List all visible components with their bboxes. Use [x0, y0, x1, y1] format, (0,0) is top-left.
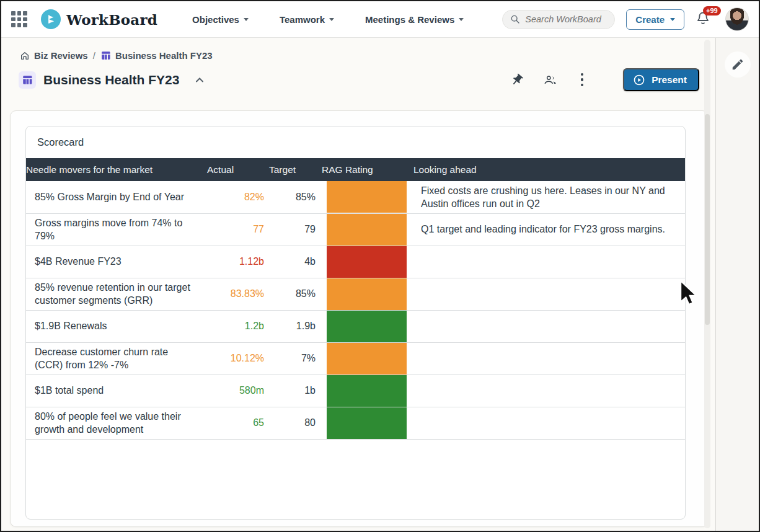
column-header-rag-rating[interactable]: RAG Rating — [322, 158, 413, 181]
scorecard-icon-badge — [19, 71, 36, 89]
create-button-label: Create — [635, 14, 665, 25]
table-row[interactable]: $1.9B Renewals 1.2b 1.9b — [26, 310, 685, 342]
table-row[interactable]: 85% revenue retention in our target cust… — [26, 278, 685, 310]
table-row[interactable]: $4B Revenue FY23 1.12b 4b — [26, 246, 685, 278]
rag-rating-cell — [322, 213, 413, 246]
brand-name: WorkBoard — [66, 11, 157, 28]
table-row[interactable]: $1B total spend 580m 1b — [26, 375, 685, 407]
share-members-button[interactable] — [542, 73, 559, 87]
needle-mover-cell: $1.9B Renewals — [26, 310, 207, 342]
home-icon — [20, 51, 30, 61]
table-header-row: Needle movers for the market Actual Targ… — [26, 158, 685, 181]
nav-meetings-reviews[interactable]: Meetings & Reviews — [365, 14, 464, 25]
target-value-cell: 85% — [269, 278, 322, 310]
nav-objectives-label: Objectives — [192, 14, 239, 25]
column-header-target[interactable]: Target — [269, 158, 322, 181]
needle-mover-cell: $1B total spend — [26, 375, 207, 407]
looking-ahead-cell — [413, 342, 685, 375]
rag-rating-cell — [322, 342, 413, 375]
breadcrumb-separator: / — [93, 50, 95, 61]
rag-color-block — [327, 311, 407, 342]
edit-button[interactable] — [725, 51, 751, 78]
column-header-actual[interactable]: Actual — [207, 158, 269, 181]
pin-icon — [510, 73, 524, 87]
target-value-cell: 80 — [269, 407, 322, 439]
needle-mover-cell: 85% revenue retention in our target cust… — [26, 278, 207, 310]
scrollbar-thumb[interactable] — [705, 114, 710, 325]
actual-value-cell: 77 — [207, 213, 269, 246]
column-header-needle-movers[interactable]: Needle movers for the market — [26, 158, 207, 181]
nav-objectives[interactable]: Objectives — [192, 14, 249, 25]
notifications-button[interactable]: +99 — [696, 10, 714, 29]
table-row[interactable]: 80% of people feel we value their growth… — [26, 407, 685, 439]
actual-value-cell: 1.12b — [207, 246, 269, 278]
pin-button[interactable] — [510, 73, 524, 87]
scorecard-widget: Scorecard Needle movers for the market A… — [25, 126, 686, 520]
people-icon — [542, 73, 559, 87]
search-box[interactable] — [502, 10, 615, 29]
breadcrumb-label: Biz Reviews — [34, 50, 88, 61]
rag-rating-cell — [322, 407, 413, 439]
breadcrumb-biz-reviews[interactable]: Biz Reviews — [20, 50, 88, 61]
top-navbar: WorkBoard Objectives Teamwork Meetings &… — [1, 1, 759, 38]
nav-teamwork-label: Teamwork — [280, 14, 325, 25]
rag-rating-cell — [322, 375, 413, 407]
needle-mover-cell: Gross margins move from 74% to 79% — [26, 213, 207, 246]
page-header: Business Health FY23 Present — [19, 68, 699, 91]
needle-mover-cell: 80% of people feel we value their growth… — [26, 407, 207, 439]
table-row[interactable]: Gross margins move from 74% to 79% 77 79… — [26, 213, 685, 246]
breadcrumb-label: Business Health FY23 — [115, 50, 213, 61]
actual-value-cell: 65 — [207, 407, 269, 439]
workboard-app: { "nav": { "brand": "WorkBoard", "items"… — [0, 0, 760, 532]
table-body: 85% Gross Margin by End of Year 82% 85% … — [26, 181, 685, 439]
vertical-scrollbar[interactable] — [704, 40, 710, 528]
looking-ahead-cell — [413, 375, 685, 407]
target-value-cell: 1.9b — [269, 310, 322, 342]
chevron-down-icon — [670, 18, 675, 21]
present-button[interactable]: Present — [623, 68, 699, 91]
nav-teamwork[interactable]: Teamwork — [280, 14, 334, 25]
breadcrumb-business-health[interactable]: Business Health FY23 — [100, 50, 213, 61]
looking-ahead-cell — [413, 310, 685, 342]
chevron-down-icon — [244, 18, 249, 21]
looking-ahead-cell: Q1 target and leading indicator for FY23… — [413, 213, 685, 246]
actual-value-cell: 10.12% — [207, 342, 269, 375]
table-row[interactable]: Decrease customer churn rate (CCR) from … — [26, 342, 685, 375]
collapse-chevron-up-icon[interactable] — [195, 77, 204, 83]
app-launcher-icon[interactable] — [11, 11, 27, 27]
user-avatar[interactable] — [725, 7, 749, 31]
rag-color-block — [327, 407, 407, 439]
rag-rating-cell — [322, 181, 413, 213]
scorecard-table: Needle movers for the market Actual Targ… — [26, 158, 685, 440]
rag-rating-cell — [322, 246, 413, 278]
rag-color-block — [327, 278, 407, 310]
create-button[interactable]: Create — [626, 9, 684, 30]
page-actions: Present — [510, 68, 699, 91]
scorecard-table-icon — [100, 50, 111, 61]
target-value-cell: 7% — [269, 342, 322, 375]
rag-color-block — [327, 214, 407, 246]
actual-value-cell: 83.83% — [207, 278, 269, 310]
search-input[interactable] — [525, 14, 606, 24]
nav-right-cluster: Create +99 — [502, 7, 749, 31]
primary-nav: Objectives Teamwork Meetings & Reviews — [192, 14, 464, 25]
column-header-looking-ahead[interactable]: Looking ahead — [413, 158, 685, 181]
target-value-cell: 1b — [269, 375, 322, 407]
pencil-icon — [731, 58, 745, 71]
rag-color-block — [327, 181, 407, 213]
looking-ahead-cell — [413, 407, 685, 439]
needle-mover-cell: Decrease customer churn rate (CCR) from … — [26, 342, 207, 375]
breadcrumb: Biz Reviews / Business Health FY23 — [20, 50, 213, 61]
rag-rating-cell — [322, 278, 413, 310]
more-options-button[interactable] — [577, 72, 588, 88]
report-canvas: Scorecard Needle movers for the market A… — [10, 110, 709, 527]
actual-value-cell: 82% — [207, 181, 269, 213]
actual-value-cell: 1.2b — [207, 310, 269, 342]
table-row[interactable]: 85% Gross Margin by End of Year 82% 85% … — [26, 181, 685, 213]
looking-ahead-cell: Fixed costs are crushing us here. Leases… — [413, 181, 685, 213]
rag-rating-cell — [322, 310, 413, 342]
search-icon — [510, 14, 520, 24]
page-title: Business Health FY23 — [43, 73, 179, 87]
target-value-cell: 79 — [269, 213, 322, 246]
workboard-brand[interactable]: WorkBoard — [41, 9, 157, 29]
